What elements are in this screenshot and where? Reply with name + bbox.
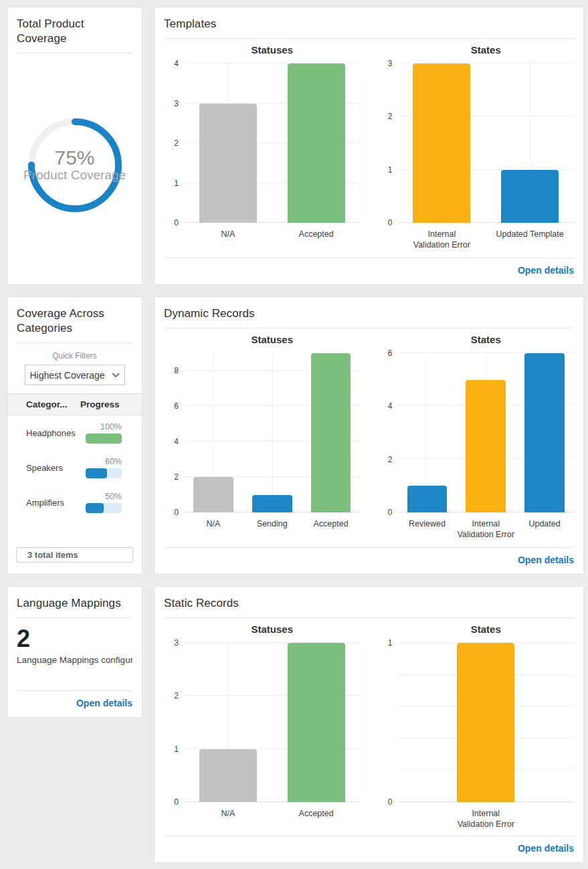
bar-accepted [288,64,345,223]
open-details-link[interactable]: Open details [518,843,574,854]
card-title: Language Mappings [17,596,132,611]
y-tick-label: 1 [388,638,393,648]
dashboard: Total Product Coverage 75% Product Cover… [0,0,584,869]
chart-title: Statuses [164,334,361,345]
open-details-link[interactable]: Open details [518,555,574,565]
left-column: Total Product Coverage 75% Product Cover… [7,7,142,863]
chart-title: States [378,44,575,56]
bars [398,64,575,223]
y-tick-label: 0 [388,797,393,807]
y-tick-label: 4 [174,437,179,446]
y-axis: 0123 [378,64,398,223]
y-axis: 0246 [378,353,398,512]
language-mappings-count: 2 [17,626,132,652]
templates-card: Templates Statuses01234N/AAcceptedStates… [154,7,584,285]
x-axis-label: Accepted [302,518,361,543]
y-tick-label: 2 [388,455,393,464]
total-items-box: 3 total items [16,547,133,563]
x-axis-label: Updated Template [486,229,574,253]
progress-bar-track [86,468,122,478]
y-tick-label: 1 [388,165,393,175]
y-tick-label: 2 [174,472,179,482]
bar-accepted [311,353,351,512]
table-row: Headphones100% [7,415,142,450]
donut-center-text: 75% Product Coverage [23,147,126,183]
open-details-link[interactable]: Open details [76,698,132,708]
chart-title: Statuses [164,623,361,635]
bar-internal-validation-error [413,64,470,223]
bar-sending [252,495,292,512]
category-band [184,643,272,802]
card-title: Templates [164,17,574,31]
progress-cell: 60% [86,457,122,478]
y-tick-label: 1 [174,745,179,754]
chart-body: 0246 [378,353,575,512]
category-band [398,353,457,512]
table-row: Speakers60% [7,450,142,485]
column-header-progress: Progress [80,399,122,409]
category-band [398,64,486,223]
static-records-charts: Statuses0123N/AAcceptedStates01Internal … [164,623,574,832]
card-footer: Open details [164,836,574,854]
x-axis-label: Reviewed [398,518,457,543]
right-column: Templates Statuses01234N/AAcceptedStates… [154,7,584,863]
category-band [398,643,575,802]
y-tick-label: 0 [388,508,393,517]
progress-percent-label: 100% [86,422,122,431]
static-records-card: Static Records Statuses0123N/AAcceptedSt… [154,586,584,863]
progress-cell: 100% [86,422,122,444]
progress-bar-fill [86,503,104,513]
language-mappings-description: Language Mappings configur... [17,655,132,665]
x-axis-label: Internal Validation Error [398,808,575,832]
chevron-down-icon [112,373,120,378]
y-tick-label: 1 [174,179,179,188]
chart-plot [184,353,361,512]
open-details-link[interactable]: Open details [518,265,574,276]
y-tick-label: 0 [388,218,393,227]
y-tick-label: 3 [388,59,393,68]
chart-body: 01234 [164,64,361,223]
y-tick-label: 6 [174,401,179,411]
y-tick-label: 4 [174,59,179,68]
progress-cell: 50% [86,492,122,513]
y-tick-label: 4 [388,401,393,411]
card-footer: Open details [164,258,574,276]
y-axis: 01 [378,643,398,802]
y-tick-label: 3 [174,638,179,648]
x-axis-label: Accepted [272,229,361,253]
card-title: Static Records [164,596,574,611]
y-axis: 0123 [164,643,184,802]
category-band [184,64,272,223]
chart-statuses: Statuses01234N/AAccepted [164,44,361,253]
x-axis-label: N/A [184,229,272,253]
chart-body: 01 [378,643,575,802]
donut-chart-area: 75% Product Coverage [17,54,132,276]
chart-body: 0123 [378,64,575,223]
table-row: Amplifiers50% [7,485,142,520]
bar-internal-validation-error [457,643,514,802]
bars [398,353,575,512]
quick-filters-label: Quick Filters [17,351,132,361]
y-tick-label: 8 [174,366,179,375]
bar-accepted [288,643,345,802]
y-tick-label: 2 [174,691,179,700]
x-axis-labels: ReviewedInternal Validation ErrorUpdated [398,518,575,543]
progress-percent-label: 60% [86,457,122,466]
x-axis-label: N/A [184,808,272,832]
bar-n/a [199,749,257,802]
bars [398,643,575,802]
chart-plot [184,643,361,802]
divider [164,617,574,618]
column-header-category: Categor... [26,399,80,409]
divider [17,617,132,618]
quick-filters-dropdown[interactable]: Highest Coverage [25,365,125,385]
x-axis-label: Updated [515,518,574,543]
spacer [164,253,574,258]
bar-internal-validation-error [466,380,506,512]
card-title: Total Product Coverage [17,17,132,46]
x-axis-labels: N/ASendingAccepted [184,518,361,543]
card-footer: Open details [164,548,574,566]
divider [17,343,132,343]
bar-updated-template [501,170,559,223]
chart-plot [398,64,575,223]
